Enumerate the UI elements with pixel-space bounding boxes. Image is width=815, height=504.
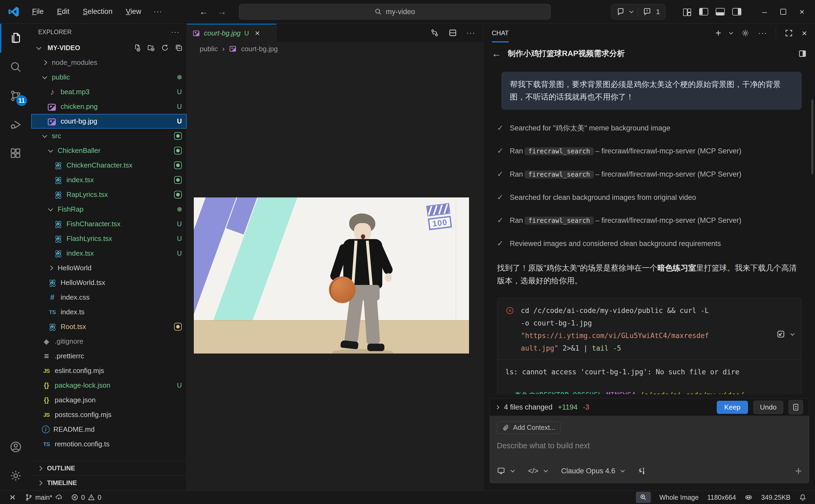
tree-item-package-lock.json[interactable]: package-lock.jsonU	[31, 378, 187, 393]
tree-item-package.json[interactable]: package.json	[31, 393, 187, 407]
tree-item-court-bg.jpg[interactable]: court-bg.jpgU	[31, 114, 187, 129]
notifications-button[interactable]	[795, 491, 811, 504]
tree-item-eslint.config.mjs[interactable]: eslint.config.mjs	[31, 363, 187, 378]
activity-settings[interactable]	[0, 461, 31, 490]
more-actions-icon[interactable]: ···	[467, 29, 476, 37]
chevron-down-icon[interactable]	[511, 468, 515, 472]
image-zoom-mode[interactable]: Whole Image	[655, 491, 703, 504]
maximize-button[interactable]	[774, 0, 793, 23]
collapse-folders-icon[interactable]	[175, 44, 183, 52]
tree-item-.prettierrc[interactable]: .prettierrc	[31, 349, 187, 363]
breadcrumb-file[interactable]: court-bg.jpg	[241, 45, 278, 53]
tree-item-ChickenCharacter.tsx[interactable]: ChickenCharacter.tsx	[31, 158, 187, 173]
outline-section[interactable]: OUTLINE	[31, 461, 187, 475]
keep-button[interactable]: Keep	[717, 401, 748, 414]
back-button[interactable]: ←	[492, 48, 501, 59]
minimize-button[interactable]: –	[755, 0, 774, 23]
tab-court-bg[interactable]: court-bg.jpg U ×	[187, 24, 276, 42]
tree-item-HelloWorld.tsx[interactable]: HelloWorld.tsx	[31, 275, 187, 290]
tree-item-.gitignore[interactable]: .gitignore	[31, 334, 187, 349]
close-window-button[interactable]: ×	[793, 0, 811, 23]
chevron-down-icon[interactable]	[729, 30, 733, 34]
menu-edit[interactable]: Edit	[51, 5, 76, 18]
chevron-down-icon[interactable]	[629, 9, 634, 13]
tree-item-ChickenBaller[interactable]: ChickenBaller	[31, 143, 187, 158]
tree-item-node_modules[interactable]: node_modules	[31, 55, 187, 70]
new-chat-button[interactable]: +	[715, 27, 721, 39]
copilot-status[interactable]	[740, 491, 757, 504]
command-center-search[interactable]: my-video	[239, 4, 551, 19]
chevron-down-icon[interactable]	[790, 331, 795, 336]
breadcrumb-folder[interactable]: public	[200, 45, 218, 53]
tools-icon[interactable]	[638, 467, 647, 475]
menu-more[interactable]: ···	[149, 5, 167, 18]
refresh-icon[interactable]	[161, 44, 169, 52]
undo-button[interactable]: Undo	[753, 401, 783, 414]
comments-icon[interactable]	[643, 7, 651, 16]
customize-layout-icon[interactable]	[683, 8, 692, 15]
mode-picker-icon[interactable]: </>	[528, 467, 539, 475]
files-changed-label[interactable]: 4 files changed	[504, 403, 553, 411]
chat-more-actions[interactable]: ···	[758, 29, 767, 37]
explorer-more-actions[interactable]: ···	[171, 28, 180, 36]
model-picker[interactable]: Claude Opus 4.6	[561, 467, 615, 475]
chat-input-box[interactable]: Add Context... Describe what to build ne…	[490, 416, 809, 483]
maximize-chat-icon[interactable]	[785, 29, 793, 37]
remote-indicator[interactable]	[4, 491, 21, 504]
git-branch-status[interactable]: main*	[21, 491, 67, 504]
chat-messages[interactable]: 帮我下载背景图，要求背景图必须是鸡你太美这个梗的原始背景图，干净的背景图，不听话…	[484, 65, 815, 394]
tree-item-FishRap[interactable]: FishRap	[31, 202, 187, 217]
close-chat-button[interactable]: ×	[802, 28, 807, 38]
chat-tab[interactable]: CHAT	[492, 24, 509, 42]
menu-view[interactable]: View	[120, 5, 147, 18]
activity-source-control[interactable]: 11	[0, 81, 31, 110]
tree-item-FlashLyrics.tsx[interactable]: FlashLyrics.tsxU	[31, 231, 187, 246]
zoom-image-button[interactable]	[632, 491, 655, 504]
tree-item-index.css[interactable]: index.css	[31, 290, 187, 305]
copilot-chat-icon[interactable]	[617, 7, 625, 16]
forward-button[interactable]: →	[217, 6, 226, 17]
insert-into-terminal-icon[interactable]	[776, 330, 786, 339]
open-session-editor-icon[interactable]	[798, 49, 807, 58]
tree-item-Root.tsx[interactable]: Root.tsx	[31, 319, 187, 334]
chevron-right-icon[interactable]	[495, 405, 500, 409]
tree-item-postcss.config.mjs[interactable]: postcss.config.mjs	[31, 407, 187, 422]
split-editor-icon[interactable]	[448, 28, 457, 37]
tree-item-remotion.config.ts[interactable]: remotion.config.ts	[31, 437, 187, 451]
chevron-down-icon[interactable]	[620, 468, 625, 472]
tree-item-HelloWorld[interactable]: HelloWorld	[31, 261, 187, 275]
project-root-row[interactable]: MY-VIDEO	[31, 40, 187, 55]
activity-explorer[interactable]	[0, 24, 31, 53]
toggle-panel-icon[interactable]	[716, 8, 725, 15]
tree-item-index.ts[interactable]: index.ts	[31, 305, 187, 319]
tree-item-public[interactable]: public	[31, 70, 187, 85]
attach-plus-icon[interactable]: +	[795, 464, 802, 478]
compare-changes-icon[interactable]	[430, 28, 439, 37]
new-folder-icon[interactable]	[147, 44, 155, 52]
new-file-icon[interactable]	[133, 44, 141, 52]
chevron-down-icon[interactable]	[544, 468, 548, 472]
breadcrumb[interactable]: public › court-bg.jpg	[187, 42, 484, 56]
tree-item-README.md[interactable]: README.md	[31, 422, 187, 437]
toggle-primary-sidebar-icon[interactable]	[699, 8, 708, 15]
view-changed-files-button[interactable]	[789, 400, 803, 414]
tree-item-RapLyrics.tsx[interactable]: RapLyrics.tsx	[31, 187, 187, 202]
activity-account[interactable]	[0, 432, 31, 461]
environment-icon[interactable]	[497, 467, 505, 475]
close-tab-button[interactable]: ×	[255, 28, 260, 38]
tree-item-beat.mp3[interactable]: beat.mp3U	[31, 85, 187, 99]
gear-icon[interactable]	[741, 29, 750, 37]
chat-input-placeholder[interactable]: Describe what to build next	[497, 441, 802, 450]
tree-item-index.tsx[interactable]: index.tsx	[31, 173, 187, 187]
tree-item-FishCharacter.tsx[interactable]: FishCharacter.tsxU	[31, 217, 187, 231]
activity-extensions[interactable]	[0, 139, 31, 168]
menu-file[interactable]: File	[26, 5, 50, 18]
tree-item-index.tsx[interactable]: index.tsxU	[31, 246, 187, 261]
add-context-button[interactable]: Add Context...	[497, 421, 561, 434]
image-preview-canvas[interactable]: 100	[187, 56, 484, 490]
toggle-secondary-sidebar-icon[interactable]	[732, 8, 741, 15]
tree-item-chicken.png[interactable]: chicken.pngU	[31, 99, 187, 114]
activity-run-debug[interactable]	[0, 110, 31, 139]
problems-status[interactable]: 0 0	[67, 491, 106, 504]
activity-search[interactable]	[0, 53, 31, 81]
